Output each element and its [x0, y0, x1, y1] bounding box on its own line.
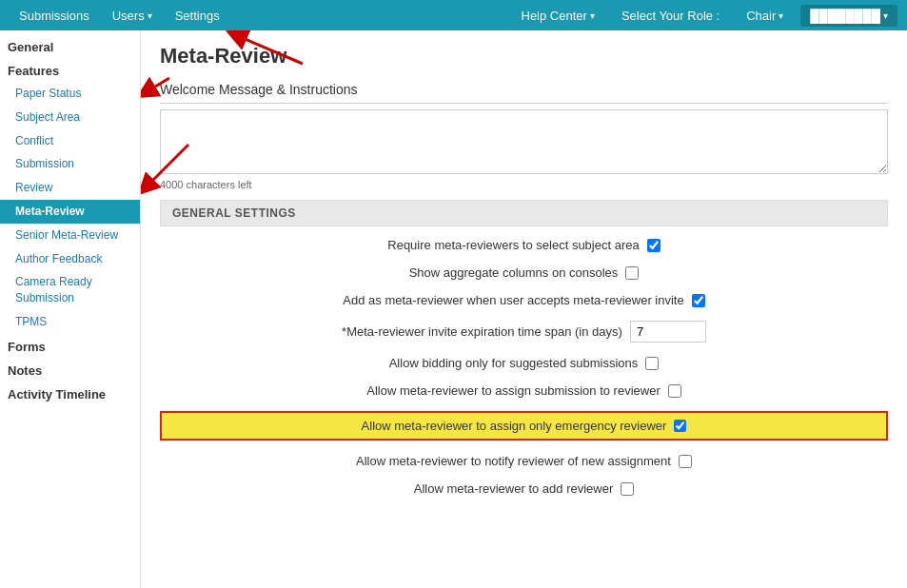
- setting-label-add-meta-reviewer: Add as meta-reviewer when user accepts m…: [343, 293, 683, 307]
- sidebar-section-general: General: [0, 34, 140, 58]
- sidebar-item-senior-meta-review[interactable]: Senior Meta-Review: [0, 224, 140, 247]
- sidebar-item-subject-area[interactable]: Subject Area: [0, 106, 140, 129]
- setting-row-notify: Allow meta-reviewer to notify reviewer o…: [160, 454, 888, 468]
- nav-help-center[interactable]: Help Center ▾: [512, 5, 604, 27]
- sidebar-item-conflict[interactable]: Conflict: [0, 129, 140, 153]
- welcome-message-textarea[interactable]: [160, 109, 888, 174]
- setting-row-assign-submission: Allow meta-reviewer to assign submission…: [160, 383, 888, 398]
- setting-row-expiration: *Meta-reviewer invite expiration time sp…: [160, 321, 888, 343]
- sidebar-section-forms: Forms: [0, 334, 140, 358]
- setting-row-emergency: Allow meta-reviewer to assign only emerg…: [160, 411, 888, 441]
- welcome-section-label: Welcome Message & Instructions: [160, 82, 888, 104]
- top-nav-right: Help Center ▾ Select Your Role : Chair ▾…: [512, 5, 898, 27]
- setting-label-notify: Allow meta-reviewer to notify reviewer o…: [356, 454, 671, 468]
- sidebar-section-features: Features: [0, 58, 140, 82]
- sidebar-item-submission[interactable]: Submission: [0, 152, 140, 176]
- sidebar-item-meta-review[interactable]: Meta-Review: [0, 200, 140, 224]
- setting-checkbox-add-reviewer[interactable]: [621, 482, 634, 496]
- users-dropdown-arrow: ▾: [148, 10, 152, 21]
- setting-row-add-meta-reviewer: Add as meta-reviewer when user accepts m…: [160, 293, 888, 307]
- sidebar-item-author-feedback[interactable]: Author Feedback: [0, 247, 140, 271]
- setting-row-bidding: Allow bidding only for suggested submiss…: [160, 356, 888, 370]
- setting-row-subject-area: Require meta-reviewers to select subject…: [160, 238, 888, 252]
- main-layout: General Features Paper Status Subject Ar…: [0, 30, 907, 588]
- setting-row-aggregate: Show aggregate columns on consoles: [160, 265, 888, 280]
- setting-checkbox-bidding[interactable]: [645, 357, 659, 370]
- setting-label-assign-submission: Allow meta-reviewer to assign submission…: [366, 383, 661, 398]
- sidebar-item-paper-status[interactable]: Paper Status: [0, 82, 140, 106]
- setting-checkbox-add-meta-reviewer[interactable]: [692, 294, 705, 307]
- sidebar-item-review[interactable]: Review: [0, 176, 140, 200]
- setting-label-aggregate: Show aggregate columns on consoles: [409, 265, 619, 280]
- setting-label-emergency: Allow meta-reviewer to assign only emerg…: [362, 419, 667, 433]
- nav-user-account[interactable]: ████████ ▾: [800, 5, 897, 27]
- setting-label-add-reviewer: Allow meta-reviewer to add reviewer: [414, 481, 614, 496]
- setting-checkbox-subject-area[interactable]: [647, 239, 661, 252]
- general-settings-header: GENERAL SETTINGS: [160, 200, 888, 226]
- top-nav: Submissions Users ▾ Settings Help Center…: [0, 0, 907, 30]
- chair-dropdown-arrow: ▾: [779, 10, 783, 21]
- help-dropdown-arrow: ▾: [590, 10, 595, 21]
- nav-settings[interactable]: Settings: [166, 5, 229, 27]
- content-area: Meta-Review Welcome Message & Instructio…: [141, 30, 907, 588]
- setting-row-add-reviewer: Allow meta-reviewer to add reviewer: [160, 481, 888, 496]
- sidebar-item-tpms[interactable]: TPMS: [0, 310, 140, 334]
- select-role-label: Select Your Role :: [612, 5, 729, 27]
- page-title: Meta-Review: [160, 44, 888, 69]
- setting-checkbox-notify[interactable]: [679, 455, 692, 468]
- sidebar-item-camera-ready[interactable]: Camera Ready Submission: [0, 270, 140, 310]
- setting-checkbox-assign-submission[interactable]: [668, 384, 681, 398]
- top-nav-left: Submissions Users ▾ Settings: [10, 5, 229, 27]
- setting-input-expiration[interactable]: [630, 321, 706, 343]
- setting-label-bidding: Allow bidding only for suggested submiss…: [389, 356, 639, 370]
- sidebar-section-notes: Notes: [0, 358, 140, 382]
- sidebar-section-activity-timeline: Activity Timeline: [0, 382, 140, 405]
- setting-label-expiration: *Meta-reviewer invite expiration time sp…: [342, 324, 622, 339]
- sidebar: General Features Paper Status Subject Ar…: [0, 30, 141, 588]
- nav-users[interactable]: Users ▾: [103, 5, 162, 27]
- setting-label-subject-area: Require meta-reviewers to select subject…: [387, 238, 639, 252]
- nav-submissions[interactable]: Submissions: [10, 5, 99, 27]
- char-count: 4000 characters left: [160, 179, 888, 190]
- setting-checkbox-aggregate[interactable]: [625, 266, 639, 280]
- setting-checkbox-emergency[interactable]: [674, 420, 686, 432]
- nav-chair-role[interactable]: Chair ▾: [737, 5, 793, 27]
- account-dropdown-arrow: ▾: [883, 10, 888, 21]
